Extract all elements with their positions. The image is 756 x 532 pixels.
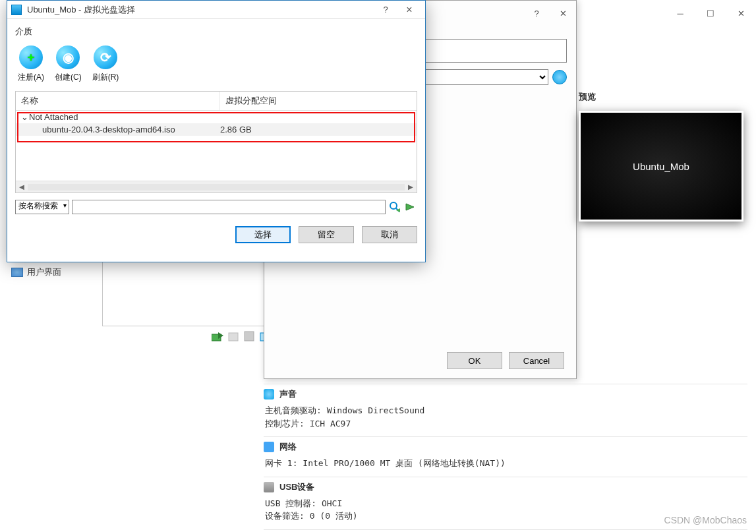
search-row: 按名称搜索 [15,200,417,214]
chooser-close-button[interactable]: × [397,3,421,17]
sound-title: 声音 [279,388,297,400]
usb-title: USB设备 [279,481,314,493]
settings-help-button[interactable]: ? [523,3,550,24]
iso-name: ubuntu-20.04.3-desktop-amd64.iso [42,125,220,134]
register-button[interactable]: 注册(A) [18,45,44,83]
preview-vm-name: Ubuntu_Mob [633,161,689,172]
list-header: 名称 虚拟分配空间 [16,92,417,111]
settings-cancel-button[interactable]: Cancel [509,352,564,369]
create-label: 创建(C) [55,72,82,83]
main-window: ─ ☐ ✕ 用户界面 ? ✕ 」器主通道 e) 光盘(L [0,0,756,532]
chooser-footer: 选择 留空 取消 [7,220,425,250]
chooser-toolbar: 注册(A) ◉ 创建(C) ⟳ 刷新(R) [15,42,417,90]
svg-marker-11 [406,204,414,210]
collapse-icon[interactable]: ⌄ [20,112,29,122]
search-input[interactable] [72,200,386,214]
chooser-titlebar: Ubuntu_Mob - 虚拟光盘选择 ? × [7,1,425,19]
center-toolbar [211,330,272,343]
tree-group-label: Not Attached [29,112,78,122]
chooser-title: Ubuntu_Mob - 虚拟光盘选择 [27,4,374,16]
network-title: 网络 [279,441,297,453]
disc-browse-button[interactable] [552,70,567,84]
vm-preview[interactable]: Ubuntu_Mob [579,111,743,222]
find-next-button[interactable] [404,200,417,214]
medium-label: 介质 [15,26,417,38]
usb-icon [264,482,274,492]
display-icon [11,268,23,277]
add-disk-icon[interactable] [211,330,224,343]
list-body[interactable]: ⌄ Not Attached ubuntu-20.04.3-desktop-am… [16,111,417,181]
usb-controller: USB 控制器: OHCI [265,497,747,510]
leave-empty-button[interactable]: 留空 [299,226,354,243]
scroll-track[interactable] [28,184,405,191]
refresh-icon: ⟳ [94,45,117,69]
media-list: 名称 虚拟分配空间 ⌄ Not Attached ubuntu-20.04.3-… [15,91,417,193]
sound-section[interactable]: 声音 主机音频驱动: Windows DirectSound 控制芯片: ICH… [264,384,747,436]
network-icon [264,442,274,452]
sound-driver: 主机音频驱动: Windows DirectSound [265,404,747,417]
watermark: CSDN @MobChaos [664,515,747,525]
preview-heading: 预览 [579,91,596,103]
tree-group-row[interactable]: ⌄ Not Attached [16,111,417,123]
search-mode-select[interactable]: 按名称搜索 [15,200,69,214]
refresh-button[interactable]: ⟳ 刷新(R) [92,45,119,83]
svg-rect-2 [229,333,238,341]
tree-item-row[interactable]: ubuntu-20.04.3-desktop-amd64.iso 2.86 GB [16,123,417,136]
settings-ok-button[interactable]: OK [447,352,502,369]
cancel-button[interactable]: 取消 [362,226,417,243]
choose-button[interactable]: 选择 [235,226,291,243]
app-icon [11,5,22,15]
floppy-icon-disabled [243,330,256,343]
disk-icon-disabled [227,330,240,343]
network-adapter: 网卡 1: Intel PRO/1000 MT 桌面 (网络地址转换(NAT)) [265,457,747,470]
disk-chooser-dialog: Ubuntu_Mob - 虚拟光盘选择 ? × 介质 注册(A) ◉ 创建(C)… [7,0,426,262]
disc-icon: ◉ [56,45,80,69]
add-icon [19,45,43,69]
network-section[interactable]: 网络 网卡 1: Intel PRO/1000 MT 桌面 (网络地址转换(NA… [264,436,747,477]
maximize-button[interactable]: ☐ [695,3,726,24]
col-size[interactable]: 虚拟分配空间 [220,92,417,110]
scroll-right-icon[interactable]: ► [405,182,417,192]
iso-size: 2.86 GB [220,125,252,134]
left-sidebar: 用户界面 [10,264,96,281]
refresh-label: 刷新(R) [92,72,119,83]
main-close-button[interactable]: ✕ [726,3,756,24]
sidebar-item-label: 用户界面 [27,266,61,278]
center-empty-list [102,260,285,326]
shared-folder-section[interactable]: 共享文件夹 [264,529,747,533]
register-label: 注册(A) [18,72,44,83]
sidebar-item-ui[interactable]: 用户界面 [10,264,96,281]
settings-close-button[interactable]: ✕ [550,3,576,24]
create-button[interactable]: ◉ 创建(C) [55,45,82,83]
chooser-help-button[interactable]: ? [374,3,397,17]
sound-chip: 控制芯片: ICH AC97 [265,417,747,430]
col-name[interactable]: 名称 [16,92,220,110]
minimize-button[interactable]: ─ [665,3,695,24]
svg-point-8 [390,202,397,209]
svg-rect-3 [245,332,254,341]
chooser-body: 介质 注册(A) ◉ 创建(C) ⟳ 刷新(R) 名称 虚拟分配空 [7,19,425,220]
scroll-left-icon[interactable]: ◄ [16,182,28,192]
details-panel: 声音 主机音频驱动: Windows DirectSound 控制芯片: ICH… [258,382,753,532]
sound-icon [264,389,274,399]
horizontal-scrollbar[interactable]: ◄ ► [16,181,417,192]
settings-footer: OK Cancel [447,352,564,369]
find-button[interactable] [388,200,401,214]
